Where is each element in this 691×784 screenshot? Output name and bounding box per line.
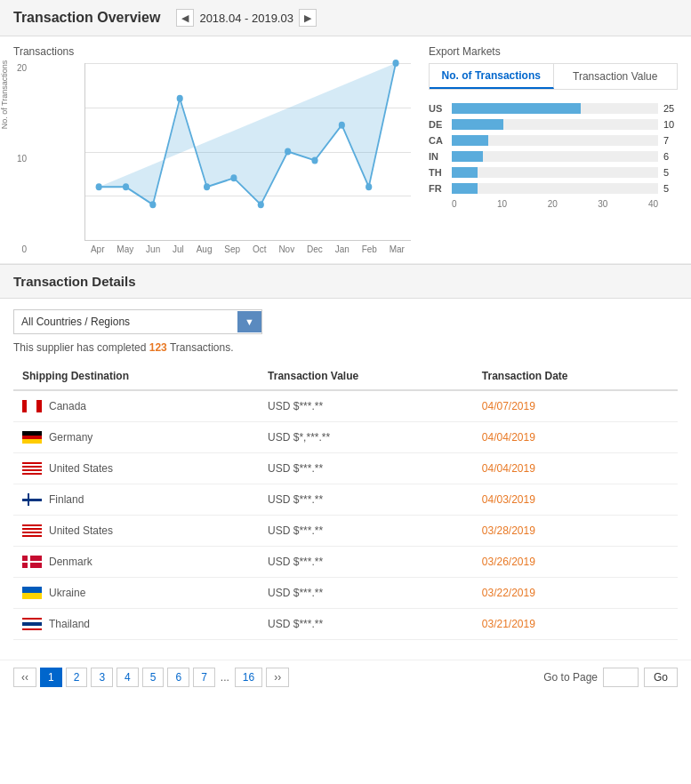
country-dropdown[interactable]: All Countries / Regions ▼ (13, 309, 262, 334)
bar-track-de (452, 119, 658, 130)
date-navigation: ◀ 2018.04 - 2019.03 ▶ (176, 9, 317, 27)
bar-row-de: DE 10 (429, 119, 678, 130)
page-btn-1[interactable]: 1 (40, 668, 62, 687)
date-range: 2018.04 - 2019.03 (199, 12, 293, 25)
details-title: Transaction Details (13, 274, 136, 289)
country-cell: Denmark (22, 556, 250, 568)
svg-point-10 (339, 122, 345, 129)
page-btn-2[interactable]: 2 (66, 668, 88, 687)
prev-date-btn[interactable]: ◀ (176, 9, 194, 27)
x-label-mar: Mar (390, 244, 405, 254)
country-cell: Finland (22, 493, 250, 506)
country-name: Finland (49, 493, 84, 506)
page-btn-3[interactable]: 3 (91, 668, 113, 687)
page-btn-7[interactable]: 7 (193, 668, 215, 687)
tab-transaction-value[interactable]: Transaction Value (554, 64, 678, 89)
transaction-date-cell: 04/04/2019 (473, 422, 678, 453)
transaction-table: Shipping Destination Transaction Value T… (13, 363, 678, 640)
bar-value-de: 10 (663, 119, 678, 130)
transaction-date-cell: 04/04/2019 (473, 453, 678, 484)
transaction-date-cell: 04/07/2019 (473, 390, 678, 422)
summary-prefix: This supplier has completed (13, 341, 146, 354)
summary-text: This supplier has completed 123 Transact… (13, 341, 678, 354)
transaction-value-cell: USD $***.** (259, 390, 473, 422)
bar-fill-ca (452, 135, 488, 146)
dropdown-label[interactable]: All Countries / Regions (14, 310, 237, 333)
table-row: DenmarkUSD $***.**03/26/2019 (13, 547, 678, 578)
country-cell: Germany (22, 431, 250, 444)
first-page-btn[interactable]: ‹‹ (13, 668, 36, 687)
bar-fill-us (452, 103, 581, 114)
bar-fill-de (452, 119, 503, 130)
line-chart-area (84, 63, 411, 241)
charts-section: Transactions 20 10 0 No. of Transactions (0, 36, 691, 264)
x-label-jun: Jun (146, 244, 160, 254)
page-btn-4[interactable]: 4 (117, 668, 139, 687)
flag-th (22, 618, 42, 630)
country-name: Denmark (49, 556, 92, 568)
svg-point-1 (96, 183, 102, 190)
flag-de (22, 431, 42, 444)
country-name: Thailand (49, 618, 90, 630)
dropdown-arrow-icon[interactable]: ▼ (237, 311, 261, 332)
goto-input[interactable] (603, 668, 639, 687)
bar-value-ca: 7 (663, 135, 678, 146)
tab-no-of-transactions[interactable]: No. of Transactions (430, 64, 554, 89)
next-date-btn[interactable]: ▶ (299, 9, 317, 27)
country-name: United States (49, 462, 113, 475)
country-cell: United States (22, 462, 250, 475)
transaction-value-cell: USD $***.** (259, 578, 473, 609)
last-page-btn[interactable]: ›› (266, 668, 289, 687)
y-label-10: 10 (17, 154, 27, 164)
x-label-aug: Aug (197, 244, 213, 254)
table-header-row: Shipping Destination Transaction Value T… (13, 363, 678, 390)
bar-track-th (452, 167, 658, 178)
svg-point-12 (392, 60, 398, 67)
goto-section: Go to Page Go (543, 668, 678, 687)
page-btn-16[interactable]: 16 (235, 668, 262, 687)
x-label-sep: Sep (224, 244, 240, 254)
goto-btn[interactable]: Go (644, 668, 678, 687)
table-row: United StatesUSD $***.**04/04/2019 (13, 453, 678, 484)
x-axis-labels: Apr May Jun Jul Aug Sep Oct Nov Dec Jan … (84, 244, 411, 254)
x-label-jan: Jan (335, 244, 350, 254)
bar-track-in (452, 151, 658, 162)
transaction-value-cell: USD $***.** (259, 453, 473, 484)
bar-x-30: 30 (598, 199, 607, 209)
page-dots: ... (219, 671, 231, 684)
country-cell: United States (22, 524, 250, 537)
header-bar: Transaction Overview ◀ 2018.04 - 2019.03… (0, 0, 691, 36)
page-btn-5[interactable]: 5 (142, 668, 165, 687)
page-btn-6[interactable]: 6 (167, 668, 189, 687)
svg-point-3 (149, 201, 156, 208)
bar-fill-in (452, 151, 483, 162)
export-markets: Export Markets No. of Transactions Trans… (429, 45, 678, 254)
bar-fill-th (452, 167, 478, 178)
bar-row-in: IN 6 (429, 151, 678, 162)
country-name: Ukraine (49, 587, 85, 599)
transaction-date-cell: 03/22/2019 (473, 578, 678, 609)
bar-track-us (452, 103, 658, 114)
flag-us (22, 462, 42, 475)
bar-value-fr: 5 (663, 183, 678, 194)
export-markets-label: Export Markets (429, 45, 678, 58)
bar-x-40: 40 (648, 199, 658, 209)
flag-fi (22, 493, 42, 506)
bar-fill-fr (452, 183, 478, 194)
details-body: All Countries / Regions ▼ This supplier … (0, 299, 691, 660)
x-label-feb: Feb (362, 244, 377, 254)
bar-x-0: 0 (452, 199, 457, 209)
country-cell: Canada (22, 400, 250, 412)
bar-track-ca (452, 135, 658, 146)
country-name: Germany (49, 431, 92, 444)
transaction-value-cell: USD $***.** (259, 484, 473, 516)
flag-ua (22, 587, 42, 599)
bar-row-fr: FR 5 (429, 183, 678, 194)
bar-value-th: 5 (663, 167, 678, 178)
svg-point-9 (311, 156, 317, 164)
x-label-nov: Nov (278, 244, 294, 254)
pagination: ‹‹ 1 2 3 4 5 6 7 ... 16 ›› Go to Page Go (0, 660, 691, 694)
table-row: UkraineUSD $***.**03/22/2019 (13, 578, 678, 609)
flag-us (22, 524, 42, 537)
transaction-date-cell: 04/03/2019 (473, 484, 678, 516)
